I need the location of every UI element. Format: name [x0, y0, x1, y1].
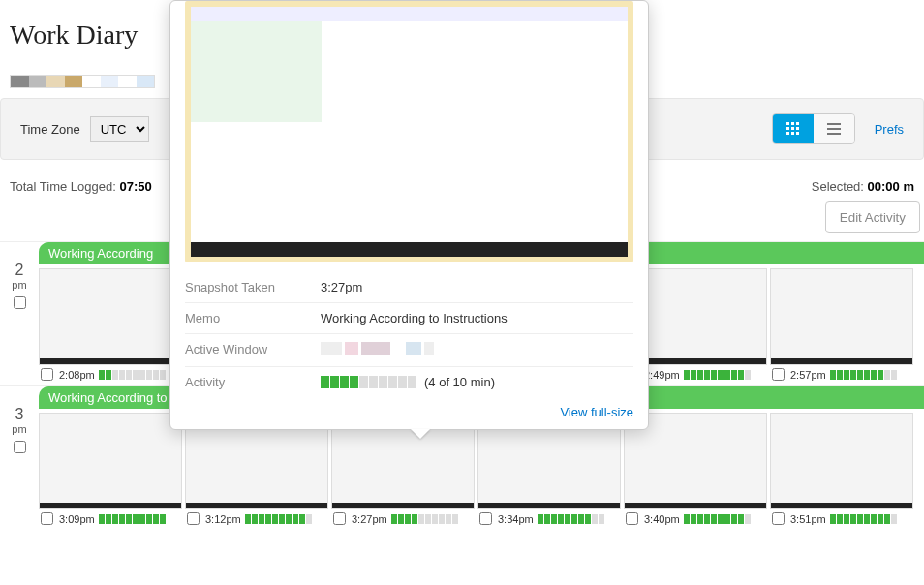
- thumb-footer: 2:57pm: [770, 365, 913, 384]
- snapshot-image: [39, 413, 182, 509]
- svg-rect-5: [796, 127, 799, 130]
- snapshot-time: 3:34pm: [498, 513, 534, 525]
- activity-bar: [684, 514, 751, 524]
- activity-bar: [391, 514, 458, 524]
- timezone-control: Time Zone UTC: [20, 116, 149, 142]
- snapshot-thumbnail[interactable]: 2:08pm: [39, 268, 182, 384]
- activity-value: (4 of 10 min): [321, 375, 495, 389]
- svg-rect-2: [796, 122, 799, 125]
- snapshot-time: 2:08pm: [59, 369, 95, 381]
- memo-label: Memo: [185, 311, 321, 325]
- snapshot-select-checkbox[interactable]: [41, 368, 53, 381]
- snapshot-select-checkbox[interactable]: [333, 512, 346, 525]
- view-full-size-link[interactable]: View full-size: [560, 405, 633, 419]
- snapshot-image: [770, 268, 913, 365]
- color-swatch-bar: [10, 75, 155, 88]
- grid-view-button[interactable]: [773, 114, 814, 143]
- snapshot-taken-value: 3:27pm: [321, 280, 362, 294]
- snapshot-taken-label: Snapshot Taken: [185, 280, 321, 294]
- activity-bar: [830, 514, 897, 524]
- prefs-link[interactable]: Prefs: [875, 122, 904, 137]
- active-window-value: [321, 342, 434, 358]
- hour-label: 3pm: [0, 386, 39, 530]
- snapshot-time: 3:12pm: [205, 513, 241, 525]
- snapshot-time: 3:40pm: [644, 513, 680, 525]
- thumb-footer: 3:51pm: [770, 509, 913, 528]
- snapshot-time: 3:09pm: [59, 513, 95, 525]
- snapshot-time: 2:57pm: [790, 369, 826, 381]
- activity-label: Activity: [185, 375, 321, 389]
- snapshot-time: 2:49pm: [644, 369, 680, 381]
- snapshot-time: 3:27pm: [352, 513, 387, 525]
- svg-rect-3: [786, 127, 789, 130]
- svg-rect-6: [786, 132, 789, 135]
- timezone-select[interactable]: UTC: [90, 116, 149, 142]
- hour-label: 2pm: [0, 242, 39, 385]
- snapshot-select-checkbox[interactable]: [772, 368, 785, 381]
- svg-rect-8: [796, 132, 799, 135]
- list-icon: [827, 122, 841, 136]
- snapshot-select-checkbox[interactable]: [626, 512, 638, 525]
- snapshot-time: 3:51pm: [790, 513, 826, 525]
- active-window-label: Active Window: [185, 342, 321, 358]
- timezone-label: Time Zone: [20, 122, 80, 137]
- snapshot-thumbnail[interactable]: 3:40pm: [624, 413, 767, 528]
- snapshot-select-checkbox[interactable]: [187, 512, 200, 525]
- view-toggle: [772, 113, 855, 144]
- selected-time: Selected: 00:00 m: [812, 179, 914, 194]
- snapshot-select-checkbox[interactable]: [479, 512, 492, 525]
- snapshot-image: [39, 268, 182, 365]
- hour-select-checkbox[interactable]: [14, 296, 26, 309]
- thumb-footer: 2:08pm: [39, 365, 182, 384]
- svg-rect-1: [791, 122, 794, 125]
- snapshot-thumbnail[interactable]: 2:57pm: [770, 268, 913, 384]
- svg-rect-7: [791, 132, 794, 135]
- snapshot-popover: Snapshot Taken 3:27pm Memo Working Accor…: [169, 0, 649, 430]
- total-time: Total Time Logged: 07:50: [10, 179, 152, 194]
- grid-icon: [786, 122, 800, 136]
- snapshot-select-checkbox[interactable]: [41, 512, 53, 525]
- popover-arrow: [411, 429, 430, 439]
- activity-bar: [538, 514, 604, 524]
- svg-rect-9: [827, 123, 841, 125]
- thumb-footer: 3:12pm: [185, 509, 328, 528]
- thumb-footer: 3:09pm: [39, 509, 182, 528]
- activity-bar: [99, 370, 166, 380]
- snapshot-select-checkbox[interactable]: [772, 512, 785, 525]
- activity-bar: [245, 514, 312, 524]
- svg-rect-4: [791, 127, 794, 130]
- hour-select-checkbox[interactable]: [14, 441, 26, 453]
- activity-bar: [684, 370, 751, 380]
- snapshot-thumbnail[interactable]: 3:09pm: [39, 413, 182, 528]
- activity-bar: [99, 514, 166, 524]
- snapshot-image: [770, 413, 913, 509]
- activity-bar: [830, 370, 897, 380]
- snapshot-large-image: [185, 1, 633, 262]
- thumb-footer: 3:34pm: [477, 509, 621, 528]
- svg-rect-0: [786, 122, 789, 125]
- memo-value: Working According to Instructions: [321, 311, 508, 325]
- svg-rect-11: [827, 133, 841, 135]
- snapshot-thumbnail[interactable]: 3:51pm: [770, 413, 913, 528]
- svg-rect-10: [827, 128, 841, 130]
- thumb-footer: 3:27pm: [331, 509, 475, 528]
- list-view-button[interactable]: [814, 114, 854, 143]
- thumb-footer: 3:40pm: [624, 509, 767, 528]
- edit-activity-button[interactable]: Edit Activity: [825, 201, 920, 233]
- activity-bar: [321, 376, 416, 388]
